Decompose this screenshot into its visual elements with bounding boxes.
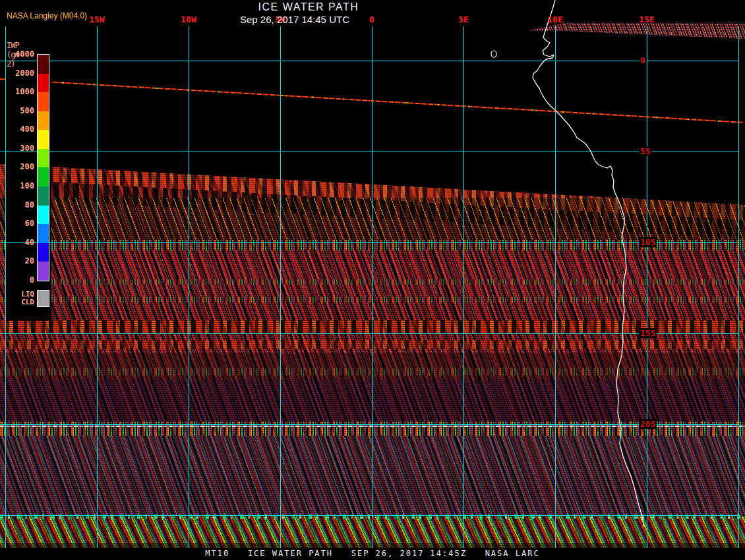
latitude-label: 15S [639, 328, 657, 338]
page-title: ICE WATER PATH [243, 1, 374, 13]
latitude-label: 0 [639, 55, 647, 65]
longitude-label: 15E [634, 14, 660, 24]
agency-label: NASA Langley (M04.0) [7, 11, 87, 20]
iwp-map-screen: IWP (gm-2) 40002000100050040030020010080… [0, 0, 745, 560]
latitude-label: 10S [639, 237, 657, 247]
axis-labels: 15W10W5W05E10E15E05S10S15S20S [0, 0, 745, 560]
status-bar: MT10 ICE WATER PATH SEP 26, 2017 14:45Z … [0, 548, 745, 560]
timestamp-subtitle: Sep 26, 2017 14:45 UTC [229, 14, 361, 25]
longitude-label: 5E [450, 14, 477, 24]
longitude-label: 10E [542, 14, 568, 24]
longitude-label: 15W [84, 14, 110, 24]
longitude-label: 0 [359, 14, 385, 24]
latitude-label: 5S [639, 146, 652, 156]
longitude-label: 10W [175, 14, 202, 24]
latitude-label: 20S [639, 419, 657, 429]
